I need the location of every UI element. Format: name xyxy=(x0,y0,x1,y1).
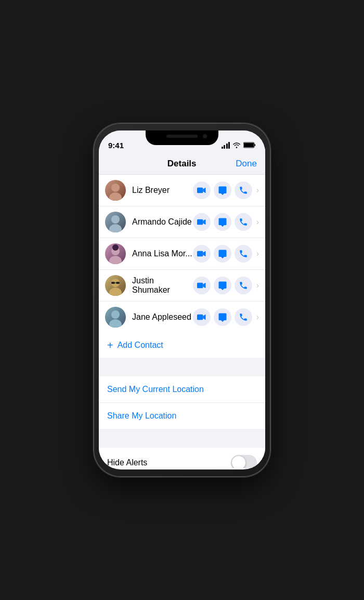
chevron-right-icon: › xyxy=(256,249,259,258)
signal-icon xyxy=(222,142,230,149)
phone-call-button[interactable] xyxy=(235,245,252,263)
svg-rect-21 xyxy=(197,315,203,320)
chevron-right-icon: › xyxy=(256,312,259,322)
wifi-icon xyxy=(232,142,241,148)
contact-row: Justin Shumaker xyxy=(99,270,265,302)
share-location-label: Share My Location xyxy=(107,411,176,420)
message-button[interactable] xyxy=(214,277,231,294)
contacts-section: Liz Breyer xyxy=(99,175,265,333)
phone-screen: 9:41 xyxy=(99,131,265,469)
status-icons xyxy=(222,142,256,149)
svg-rect-12 xyxy=(197,251,203,257)
contact-name: Anna Lisa Mor... xyxy=(132,249,193,258)
svg-point-7 xyxy=(109,224,122,232)
svg-point-19 xyxy=(111,310,120,319)
svg-point-3 xyxy=(111,184,120,192)
status-time: 9:41 xyxy=(108,141,124,150)
send-location-button[interactable]: Send My Current Location xyxy=(99,376,265,403)
svg-point-6 xyxy=(111,215,120,224)
page-title: Details xyxy=(167,159,197,169)
video-call-button[interactable] xyxy=(193,213,211,231)
avatar xyxy=(105,243,126,264)
message-button[interactable] xyxy=(214,213,231,231)
video-call-button[interactable] xyxy=(193,245,211,263)
avatar xyxy=(105,180,126,201)
location-section: Send My Current Location Share My Locati… xyxy=(99,376,265,429)
svg-point-11 xyxy=(112,244,119,251)
contact-actions: › xyxy=(193,277,259,294)
contact-name: Justin Shumaker xyxy=(132,276,193,295)
contact-row: Armando Cajide xyxy=(99,206,265,238)
phone-call-button[interactable] xyxy=(235,213,252,231)
add-icon: + xyxy=(107,340,113,350)
phone-call-button[interactable] xyxy=(235,277,252,294)
section-divider xyxy=(99,358,265,376)
phone-call-button[interactable] xyxy=(235,308,252,326)
svg-rect-8 xyxy=(197,219,203,225)
avatar xyxy=(105,307,126,328)
contact-name: Jane Appleseed xyxy=(132,312,193,322)
add-contact-label: Add Contact xyxy=(118,341,163,350)
message-button[interactable] xyxy=(214,181,231,199)
hide-alerts-toggle[interactable] xyxy=(231,455,257,468)
phone-call-button[interactable] xyxy=(235,181,252,199)
svg-point-10 xyxy=(109,256,122,264)
add-contact-button[interactable]: + Add Contact xyxy=(99,333,265,358)
svg-rect-16 xyxy=(116,282,120,284)
avatar xyxy=(105,275,126,296)
contact-actions: › xyxy=(193,245,259,263)
svg-rect-18 xyxy=(197,283,203,289)
hide-alerts-label: Hide Alerts xyxy=(107,458,147,467)
svg-rect-2 xyxy=(254,144,255,146)
svg-rect-5 xyxy=(197,188,203,193)
contact-actions: › xyxy=(193,213,259,231)
contact-name: Liz Breyer xyxy=(132,186,193,195)
send-location-label: Send My Current Location xyxy=(107,385,204,394)
contact-row: Jane Appleseed xyxy=(99,302,265,333)
avatar xyxy=(105,212,126,232)
front-camera xyxy=(203,134,207,138)
chevron-right-icon: › xyxy=(256,281,259,290)
toggle-thumb xyxy=(232,456,245,468)
contact-row: Anna Lisa Mor... xyxy=(99,238,265,270)
message-button[interactable] xyxy=(214,245,231,263)
hide-alerts-row: Hide Alerts xyxy=(99,448,265,468)
speaker xyxy=(166,135,198,138)
contact-actions: › xyxy=(193,308,259,326)
nav-bar: Details Done xyxy=(99,153,265,175)
svg-point-4 xyxy=(109,192,122,201)
video-call-button[interactable] xyxy=(193,277,211,294)
contact-row: Liz Breyer xyxy=(99,175,265,206)
battery-icon xyxy=(243,142,256,148)
video-call-button[interactable] xyxy=(193,181,211,199)
svg-rect-1 xyxy=(244,143,254,147)
done-button[interactable]: Done xyxy=(236,159,257,169)
scroll-content: Liz Breyer xyxy=(99,175,265,468)
notch xyxy=(146,131,218,145)
svg-point-20 xyxy=(109,319,122,328)
video-call-button[interactable] xyxy=(193,308,211,326)
share-location-button[interactable]: Share My Location xyxy=(99,403,265,429)
svg-rect-15 xyxy=(111,282,115,284)
svg-point-14 xyxy=(109,288,122,296)
chevron-right-icon: › xyxy=(256,217,259,227)
contact-name: Armando Cajide xyxy=(132,217,193,227)
message-button[interactable] xyxy=(214,308,231,326)
section-divider xyxy=(99,429,265,448)
contact-actions: › xyxy=(193,181,259,199)
phone-device: 9:41 xyxy=(94,123,270,477)
chevron-right-icon: › xyxy=(256,186,259,195)
